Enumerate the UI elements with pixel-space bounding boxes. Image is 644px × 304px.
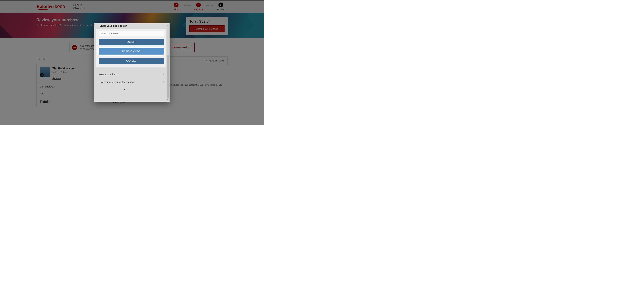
scrollbar-thumb[interactable]	[167, 55, 169, 98]
help-expander[interactable]: Need some help? v	[94, 71, 170, 78]
scrollbar[interactable]: ▴ ▾	[166, 24, 169, 101]
scroll-down-icon[interactable]: ▾	[166, 98, 169, 101]
cancel-button[interactable]: CANCEL	[99, 58, 164, 64]
auth-modal: Enter your code below SUBMIT RESEND CODE…	[94, 23, 170, 102]
code-input[interactable]	[99, 30, 164, 36]
resend-code-button[interactable]: RESEND CODE	[99, 48, 164, 55]
resend-highlight: RESEND CODE	[98, 47, 165, 56]
chevron-down-icon: v	[164, 81, 165, 83]
chevron-down-icon: v	[164, 73, 165, 76]
learn-more-expander[interactable]: Learn more about authentication v	[94, 78, 170, 86]
scroll-up-icon[interactable]: ▴	[166, 24, 169, 27]
submit-button[interactable]: SUBMIT	[99, 39, 164, 45]
modal-heading: Enter your code below	[94, 23, 170, 29]
